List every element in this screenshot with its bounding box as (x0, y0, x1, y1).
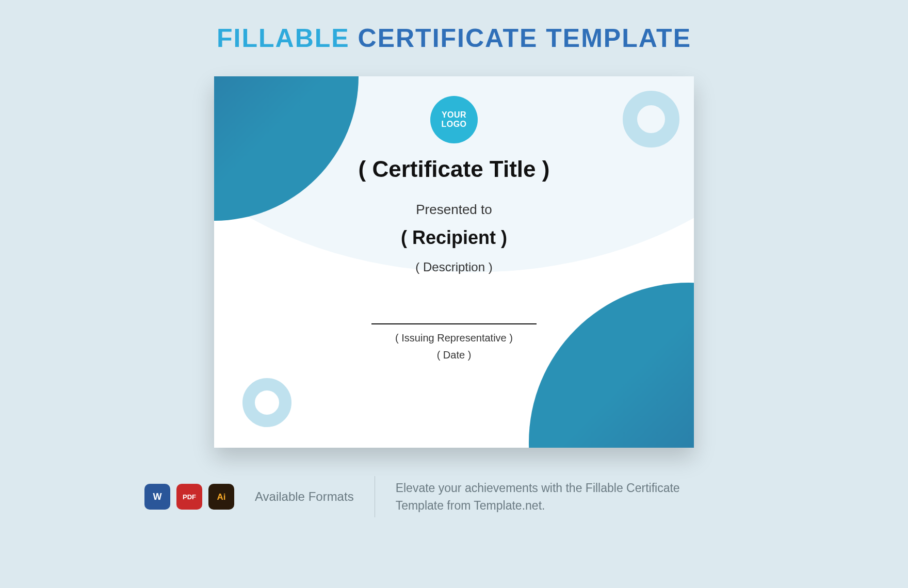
available-formats-label: Available Formats (255, 489, 354, 504)
page-title: FILLABLE CERTIFICATE TEMPLATE (217, 23, 691, 53)
page-title-part2: CERTIFICATE TEMPLATE (358, 24, 691, 53)
page-title-part1: FILLABLE (217, 24, 350, 53)
word-icon: W (144, 484, 170, 510)
pdf-icon: PDF (176, 484, 202, 510)
logo-placeholder: YOUR LOGO (430, 96, 478, 143)
certificate-date: ( Date ) (437, 349, 472, 361)
certificate-card: YOUR LOGO ( Certificate Title ) Presente… (214, 76, 694, 448)
recipient-name: ( Recipient ) (401, 227, 507, 249)
svg-text:W: W (153, 492, 162, 502)
certificate-description: ( Description ) (415, 260, 492, 274)
certificate-content: YOUR LOGO ( Certificate Title ) Presente… (214, 76, 694, 448)
issuing-representative: ( Issuing Representative ) (395, 332, 513, 344)
footer-divider (375, 476, 375, 517)
svg-text:PDF: PDF (183, 493, 196, 501)
logo-text-line2: LOGO (441, 120, 466, 129)
certificate-title: ( Certificate Title ) (359, 156, 550, 182)
svg-text:Ai: Ai (217, 492, 226, 502)
ai-icon: Ai (208, 484, 234, 510)
presented-to-label: Presented to (416, 202, 492, 218)
logo-text-line1: YOUR (442, 110, 466, 120)
footer-row: W PDF Ai Available Formats Elevate your … (144, 476, 764, 517)
footer-tagline: Elevate your achievements with the Filla… (396, 479, 726, 515)
signature-line (371, 323, 537, 324)
format-icons-group: W PDF Ai (144, 484, 234, 510)
